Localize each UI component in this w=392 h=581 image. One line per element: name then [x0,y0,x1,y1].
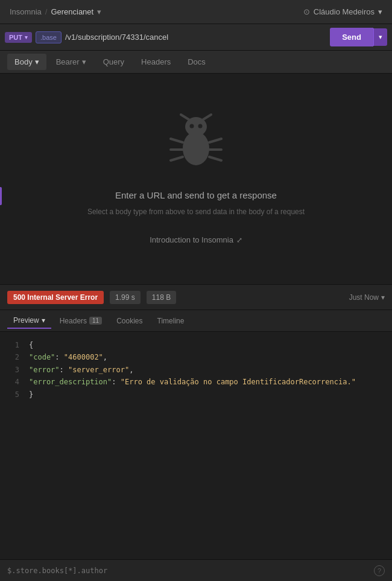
line-number: 5 [10,389,19,401]
send-button-group: Send ▾ [330,28,387,46]
user-icon: ⊙ [303,7,310,16]
svg-line-8 [171,157,183,160]
tab-headers-label: Headers [141,57,171,66]
placeholder-subtitle: Select a body type from above to send da… [63,208,329,216]
method-chevron-icon: ▾ [25,34,28,40]
timestamp-label: Just Now [349,293,379,302]
resp-tab-headers[interactable]: Headers 11 [54,314,108,328]
resp-tab-preview-label: Preview [13,316,39,325]
tab-query[interactable]: Query [96,54,131,70]
external-link-icon: ⤢ [236,236,242,244]
send-dropdown-button[interactable]: ▾ [373,28,387,46]
json-line-1: 1 { [10,339,382,351]
breadcrumb-separator: / [45,7,48,16]
tab-docs-label: Docs [188,57,206,66]
resp-tab-timeline-label: Timeline [157,317,185,325]
bottom-filter-bar: ? [0,559,392,581]
left-accent [0,187,2,205]
tab-body-label: Body [14,57,33,66]
line-number: 3 [10,364,19,376]
response-time-badge: 1.99 s [110,291,141,304]
json-response-area: 1 { 2 "code": "4600002", 3 "error": "ser… [0,332,392,408]
tab-query-label: Query [103,57,124,66]
line-number: 4 [10,376,19,388]
json-close-brace: } [29,389,33,401]
help-icon-label: ? [378,567,381,574]
method-label: PUT [9,34,22,41]
response-tab-bar: Preview ▾ Headers 11 Cookies Timeline [0,310,392,332]
response-timestamp[interactable]: Just Now ▾ [349,293,385,302]
line-number: 2 [10,351,19,363]
svg-line-3 [203,115,211,119]
help-icon[interactable]: ? [374,565,385,576]
url-input[interactable] [65,33,326,42]
tab-body-chevron-icon: ▾ [35,57,39,66]
filter-input[interactable] [7,567,128,575]
project-name[interactable]: Gerencianet [51,7,93,16]
user-section: ⊙ Cláudio Medeiros ▾ [303,7,382,16]
tab-headers[interactable]: Headers [134,54,178,70]
resp-tab-cookies-label: Cookies [116,317,142,325]
send-button[interactable]: Send [330,28,373,46]
tab-bearer-label: Bearer [56,57,80,66]
svg-line-9 [209,157,221,160]
app-name: Insomnia [10,7,42,16]
svg-point-11 [198,124,203,129]
method-selector[interactable]: PUT ▾ [5,32,32,43]
response-status-bar: 500 Internal Server Error 1.99 s 118 B J… [0,285,392,310]
svg-line-2 [181,115,189,119]
bug-icon [166,113,226,176]
json-line-5: 5 } [10,389,382,401]
json-line-3: 3 "error": "server_error", [10,364,382,376]
svg-point-10 [190,124,194,129]
tab-bearer-chevron-icon: ▾ [82,57,86,66]
svg-line-4 [171,139,183,142]
placeholder-title: Enter a URL and send to get a response [115,190,277,200]
username-label[interactable]: Cláudio Medeiros [314,7,375,16]
request-tab-bar: Body ▾ Bearer ▾ Query Headers Docs [0,51,392,74]
json-line-2: 2 "code": "4600002", [10,351,382,363]
request-placeholder: Enter a URL and send to get a response S… [0,74,392,285]
svg-line-5 [209,139,221,142]
json-line-4: 4 "error_description": "Erro de validaçã… [10,376,382,388]
resp-headers-badge: 11 [89,317,102,325]
status-badge: 500 Internal Server Error [7,291,104,304]
breadcrumb: Insomnia / Gerencianet ▾ [10,7,101,16]
resp-tab-timeline[interactable]: Timeline [151,314,191,328]
resp-tab-preview[interactable]: Preview ▾ [7,313,51,329]
project-chevron-icon[interactable]: ▾ [97,7,101,16]
resp-tab-headers-label: Headers [60,317,87,325]
timestamp-chevron-icon: ▾ [381,293,385,302]
tab-bearer[interactable]: Bearer ▾ [49,54,93,70]
top-bar: Insomnia / Gerencianet ▾ ⊙ Cláudio Medei… [0,0,392,24]
svg-point-1 [183,132,209,165]
url-bar: PUT ▾ .base Send ▾ [0,24,392,51]
intro-link[interactable]: Introduction to Insomnia ⤢ [150,235,242,244]
resp-tab-preview-chevron-icon: ▾ [42,316,45,325]
resp-tab-cookies[interactable]: Cookies [110,314,148,328]
intro-link-text: Introduction to Insomnia [150,235,233,244]
line-number: 1 [10,339,19,351]
response-size-badge: 118 B [147,291,176,304]
user-chevron-icon[interactable]: ▾ [378,7,382,16]
tab-body[interactable]: Body ▾ [7,54,46,70]
base-env-badge[interactable]: .base [36,31,62,43]
tab-docs[interactable]: Docs [180,54,213,70]
json-open-brace: { [29,339,33,351]
